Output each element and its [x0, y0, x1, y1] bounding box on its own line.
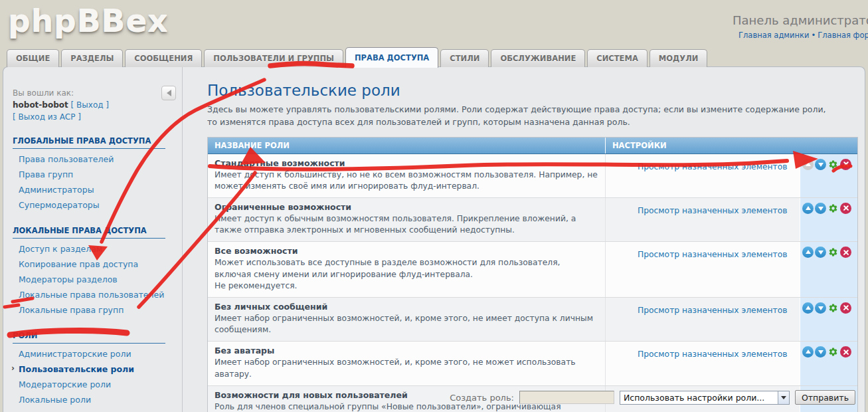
tab-модули[interactable]: МОДУЛИ [650, 49, 708, 67]
delete-icon[interactable] [840, 302, 851, 314]
collapse-sidebar-button[interactable] [161, 86, 176, 100]
role-note: Не рекомендуется. [215, 280, 598, 292]
settings-gear-icon[interactable] [827, 247, 839, 258]
move-down-icon[interactable] [815, 203, 826, 214]
role-row: Ограниченные возможностиИмеет доступ к о… [208, 197, 857, 241]
phpbbex-admin-page: { "header": { "logo": "phpBBex", "panel_… [0, 0, 868, 412]
actions-cell [800, 198, 857, 241]
move-up-icon[interactable] [802, 203, 814, 214]
move-down-icon[interactable] [815, 159, 826, 170]
column-header-settings: НАСТРОЙКИ [605, 138, 857, 154]
delete-icon[interactable] [840, 247, 851, 258]
header-links: Главная админки•Главная форума [738, 31, 868, 40]
link-forum-index[interactable]: Главная форума [818, 31, 868, 40]
settings-gear-icon[interactable] [827, 159, 839, 170]
view-assigned-items-link[interactable]: Просмотр назначенных элементов [638, 162, 788, 171]
move-up-icon [802, 159, 814, 170]
table-body: Стандартные возможностиИмеет доступ к бо… [208, 154, 857, 412]
move-down-icon[interactable] [815, 302, 826, 314]
username: hobot-bobot [13, 100, 68, 110]
role-description: Имеет доступ к большинству, но не ко все… [215, 169, 598, 192]
submit-button[interactable]: Отправить [795, 390, 855, 405]
role-description: Может использовать все доступные в разде… [215, 257, 598, 280]
nav-section-heading: ГЛОБАЛЬНЫЕ ПРАВА ДОСТУПА [13, 136, 165, 149]
page-description: Здесь вы можете управлять пользовательск… [207, 104, 835, 129]
role-description: Имеет доступ к обычным возможностям поль… [215, 213, 598, 236]
nav-items: Права пользователейПрава группАдминистра… [13, 152, 182, 213]
column-header-role-name: НАЗВАНИЕ РОЛИ [208, 138, 605, 154]
nav-section: РОЛИАдминистраторские ролиПользовательск… [13, 331, 182, 407]
actions-cell [800, 298, 857, 341]
sidebar-item[interactable]: Копирование прав доступа [13, 257, 182, 272]
settings-cell: Просмотр назначенных элементов [605, 198, 800, 241]
settings-cell: Просмотр назначенных элементов [605, 242, 800, 297]
settings-gear-icon[interactable] [827, 302, 839, 314]
tab-система[interactable]: СИСТЕМА [587, 49, 648, 67]
role-name: Без аватары [215, 346, 598, 356]
logout-acp-link[interactable]: [ Выход из ACP ] [13, 112, 81, 122]
role-row: Стандартные возможностиИмеет доступ к бо… [208, 154, 857, 197]
tab-разделы[interactable]: РАЗДЕЛЫ [61, 49, 123, 67]
create-role-form: Создать роль: Использовать настройки рол… [450, 390, 855, 405]
move-up-icon[interactable] [802, 302, 814, 314]
chevron-down-icon[interactable] [778, 391, 789, 404]
sidebar-item[interactable]: Права пользователей [13, 152, 182, 167]
tab-пользователи-и-группы[interactable]: ПОЛЬЗОВАТЕЛИ И ГРУППЫ [204, 49, 343, 67]
sidebar-item[interactable]: Доступ к разделам [13, 241, 182, 257]
role-description: Имеет набор ограниченных возможностей, и… [215, 357, 598, 379]
view-assigned-items-link[interactable]: Просмотр назначенных элементов [638, 306, 788, 315]
settings-cell: Просмотр назначенных элементов [605, 154, 800, 197]
sidebar-item[interactable]: Модераторы разделов [13, 272, 182, 287]
move-up-icon[interactable] [802, 247, 814, 258]
settings-gear-icon[interactable] [827, 346, 839, 358]
settings-gear-icon[interactable] [827, 203, 839, 214]
create-role-input[interactable] [519, 391, 614, 404]
sidebar-nav: ГЛОБАЛЬНЫЕ ПРАВА ДОСТУПАПрава пользовате… [13, 136, 182, 412]
logout-link[interactable]: [ Выход ] [71, 100, 109, 110]
actions-cell [800, 154, 857, 197]
admin-panel-title: Панель администратора [733, 13, 868, 27]
nav-section: ГЛОБАЛЬНЫЕ ПРАВА ДОСТУПАПрава пользовате… [13, 136, 182, 213]
view-assigned-items-link[interactable]: Просмотр назначенных элементов [638, 206, 788, 215]
sidebar-item[interactable]: Модераторские роли [13, 377, 182, 392]
sidebar-item[interactable]: Локальные роли [13, 392, 182, 407]
nav-items: Администраторские ролиПользовательские р… [13, 346, 182, 407]
delete-icon[interactable] [840, 346, 851, 358]
settings-gear-icon [828, 347, 838, 357]
tab-active-права-доступа[interactable]: ПРАВА ДОСТУПА [345, 47, 438, 68]
sidebar-item[interactable]: Права групп [13, 167, 182, 182]
sidebar-item-active[interactable]: Пользовательские роли [13, 361, 182, 377]
move-down-icon[interactable] [815, 346, 826, 358]
view-assigned-items-link[interactable]: Просмотр назначенных элементов [638, 350, 788, 359]
delete-icon[interactable] [840, 159, 851, 170]
sidebar-item[interactable]: Локальные права групп [13, 302, 182, 318]
role-name-cell: Без аватарыИмеет набор ограниченных возм… [208, 342, 605, 385]
roles-table: НАЗВАНИЕ РОЛИ НАСТРОЙКИ Стандартные возм… [207, 137, 858, 412]
move-up-icon[interactable] [802, 346, 814, 358]
link-separator: • [811, 31, 816, 40]
delete-icon[interactable] [840, 203, 851, 214]
actions-cell [800, 242, 857, 297]
tab-стили[interactable]: СТИЛИ [440, 49, 489, 67]
move-down-icon[interactable] [815, 247, 826, 258]
nav-section-heading: РОЛИ [13, 331, 165, 344]
sidebar-item[interactable]: Администраторы [13, 182, 182, 197]
nav-items: Доступ к разделамКопирование прав доступ… [13, 241, 182, 318]
table-header-row: НАЗВАНИЕ РОЛИ НАСТРОЙКИ [208, 138, 857, 154]
settings-gear-icon [828, 203, 838, 213]
link-admin-index[interactable]: Главная админки [738, 31, 809, 40]
admin-panel-header: Панель администратора Главная админки•Гл… [733, 13, 868, 40]
sidebar-item[interactable]: Локальные права пользователей [13, 287, 182, 302]
role-settings-select[interactable]: Использовать настройки роли... [620, 391, 790, 405]
tab-сообщения[interactable]: СООБЩЕНИЯ [125, 49, 202, 67]
tab-общие[interactable]: ОБЩИЕ [7, 49, 59, 67]
sidebar-item[interactable]: Администраторские роли [13, 346, 182, 361]
create-role-label: Создать роль: [450, 393, 514, 403]
page-title: Пользовательские роли [207, 82, 857, 99]
view-assigned-items-link[interactable]: Просмотр назначенных элементов [638, 250, 788, 259]
settings-gear-icon [828, 159, 838, 169]
tab-обслуживание[interactable]: ОБСЛУЖИВАНИЕ [491, 49, 585, 67]
role-row: Без аватарыИмеет набор ограниченных возм… [208, 341, 857, 385]
nav-section-heading: ЛОКАЛЬНЫЕ ПРАВА ДОСТУПА [13, 226, 165, 239]
sidebar-item[interactable]: Супермодераторы [13, 197, 182, 213]
